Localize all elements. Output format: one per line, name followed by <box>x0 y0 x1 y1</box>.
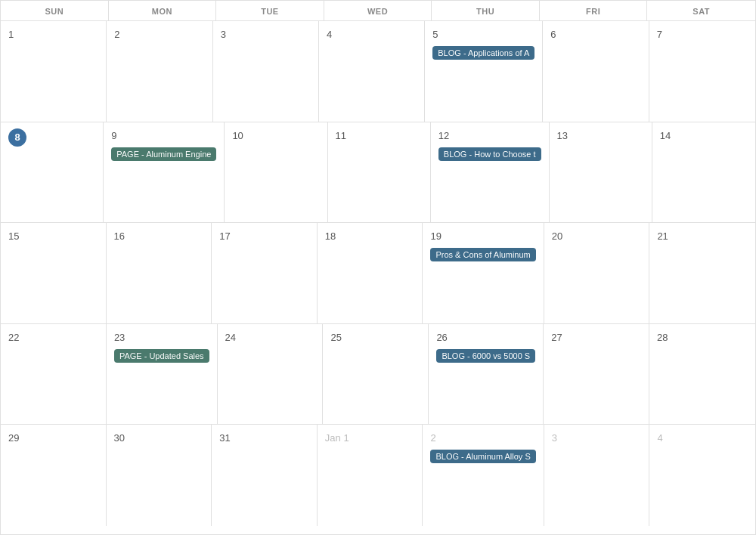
day-header-mon: MON <box>109 1 217 20</box>
day-number: 20 <box>552 230 562 242</box>
calendar-cell-Dec-6: 6 <box>543 21 649 122</box>
event-chip[interactable]: PAGE - Updated Sales <box>114 349 209 363</box>
calendar-cell-Dec-21: 21 <box>649 223 755 323</box>
calendar-cell-Jan-1: Jan 1 <box>318 425 423 526</box>
calendar-cell-Jan-3: 3 <box>544 425 650 526</box>
day-number: 8 <box>8 128 26 147</box>
event-chip[interactable]: PAGE - Aluminum Engine <box>111 147 216 161</box>
day-number: 26 <box>436 332 447 343</box>
calendar-cell-Dec-18: 18 <box>318 223 423 323</box>
day-number: 11 <box>336 130 346 141</box>
calendar-cell-Dec-9: 9PAGE - Aluminum Engine <box>104 122 225 223</box>
day-number: 4 <box>327 29 332 40</box>
calendar-cell-Dec-5: 5BLOG - Applications of A <box>425 21 543 122</box>
day-header-fri: FRI <box>540 1 648 20</box>
day-number: 28 <box>657 332 668 343</box>
calendar-cell-Dec-2: 2 <box>107 21 212 122</box>
event-chip[interactable]: BLOG - 6000 vs 5000 S <box>436 349 535 363</box>
day-number: 5 <box>432 29 438 40</box>
calendar-cell-Dec-15: 15 <box>1 223 107 323</box>
calendar-body: 12345BLOG - Applications of A6789PAGE - … <box>1 21 755 526</box>
calendar-cell-Dec-12: 12BLOG - How to Choose t <box>431 122 550 223</box>
day-header-sat: SAT <box>647 1 755 20</box>
day-number: 23 <box>114 332 125 343</box>
day-header-wed: WED <box>324 1 432 20</box>
calendar-cell-Dec-23: 23PAGE - Updated Sales <box>107 324 218 425</box>
event-chip[interactable]: Pros & Cons of Aluminum <box>430 248 535 261</box>
day-number: 19 <box>430 230 441 242</box>
day-number: 21 <box>657 230 668 242</box>
day-number: 3 <box>552 432 557 444</box>
day-number: 9 <box>111 130 116 141</box>
calendar-cell-Dec-26: 26BLOG - 6000 vs 5000 S <box>429 324 544 425</box>
day-number: 4 <box>657 432 662 444</box>
calendar: SUNMONTUEWEDTHUFRISAT 12345BLOG - Applic… <box>0 0 756 535</box>
calendar-cell-Dec-19: 19Pros & Cons of Aluminum <box>423 223 544 323</box>
calendar-cell-Dec-31: 31 <box>212 425 318 526</box>
day-number: 13 <box>557 130 568 141</box>
event-chip[interactable]: BLOG - How to Choose t <box>438 147 541 161</box>
day-header-sun: SUN <box>1 1 109 20</box>
day-number: 1 <box>8 29 14 40</box>
calendar-cell-Jan-4: 4 <box>649 425 755 526</box>
calendar-cell-Dec-7: 7 <box>649 21 755 122</box>
day-number: 29 <box>8 432 19 444</box>
day-number: 2 <box>114 29 119 40</box>
calendar-cell-Dec-11: 11 <box>328 122 431 223</box>
day-number: 16 <box>114 230 125 242</box>
day-number: 17 <box>219 230 230 242</box>
day-number: 25 <box>330 332 341 343</box>
calendar-cell-Dec-29: 29 <box>1 425 107 526</box>
calendar-cell-Dec-20: 20 <box>544 223 650 323</box>
day-number: 12 <box>438 130 449 141</box>
calendar-cell-Dec-22: 22 <box>1 324 107 425</box>
day-number: 27 <box>551 332 562 343</box>
day-header-thu: THU <box>432 1 540 20</box>
day-number: 3 <box>221 29 226 40</box>
calendar-header: SUNMONTUEWEDTHUFRISAT <box>1 1 755 21</box>
calendar-cell-Dec-30: 30 <box>107 425 212 526</box>
calendar-cell-Dec-1: 1 <box>1 21 107 122</box>
calendar-cell-Dec-25: 25 <box>323 324 429 425</box>
calendar-cell-Dec-14: 14 <box>652 122 755 223</box>
calendar-week-4: 293031Jan 12BLOG - Aluminum Alloy S34 <box>1 425 755 526</box>
calendar-cell-Dec-17: 17 <box>212 223 318 323</box>
day-number: 22 <box>8 332 19 343</box>
calendar-cell-Dec-8: 8 <box>1 122 104 223</box>
event-chip[interactable]: BLOG - Applications of A <box>432 46 534 60</box>
calendar-cell-Dec-27: 27 <box>544 324 649 425</box>
day-header-tue: TUE <box>216 1 324 20</box>
day-number: 10 <box>232 130 243 141</box>
calendar-cell-Dec-16: 16 <box>107 223 212 323</box>
day-number: 2 <box>430 432 435 444</box>
calendar-week-2: 1516171819Pros & Cons of Aluminum2021 <box>1 223 755 324</box>
calendar-week-1: 89PAGE - Aluminum Engine101112BLOG - How… <box>1 122 755 224</box>
day-number: 14 <box>660 130 671 141</box>
day-number: 7 <box>657 29 662 40</box>
calendar-week-0: 12345BLOG - Applications of A67 <box>1 21 755 122</box>
day-number: Jan 1 <box>325 432 349 444</box>
day-number: 30 <box>114 432 125 444</box>
calendar-cell-Jan-2: 2BLOG - Aluminum Alloy S <box>423 425 544 526</box>
calendar-cell-Dec-28: 28 <box>649 324 755 425</box>
calendar-cell-Dec-3: 3 <box>213 21 319 122</box>
day-number: 6 <box>550 29 556 40</box>
calendar-cell-Dec-13: 13 <box>550 122 652 223</box>
day-number: 31 <box>219 432 230 444</box>
day-number: 18 <box>325 230 336 242</box>
calendar-week-3: 2223PAGE - Updated Sales242526BLOG - 600… <box>1 324 755 425</box>
event-chip[interactable]: BLOG - Aluminum Alloy S <box>430 450 535 463</box>
calendar-cell-Dec-4: 4 <box>319 21 425 122</box>
day-number: 24 <box>225 332 236 343</box>
calendar-cell-Dec-24: 24 <box>218 324 324 425</box>
day-number: 15 <box>8 230 19 242</box>
calendar-cell-Dec-10: 10 <box>225 122 327 223</box>
